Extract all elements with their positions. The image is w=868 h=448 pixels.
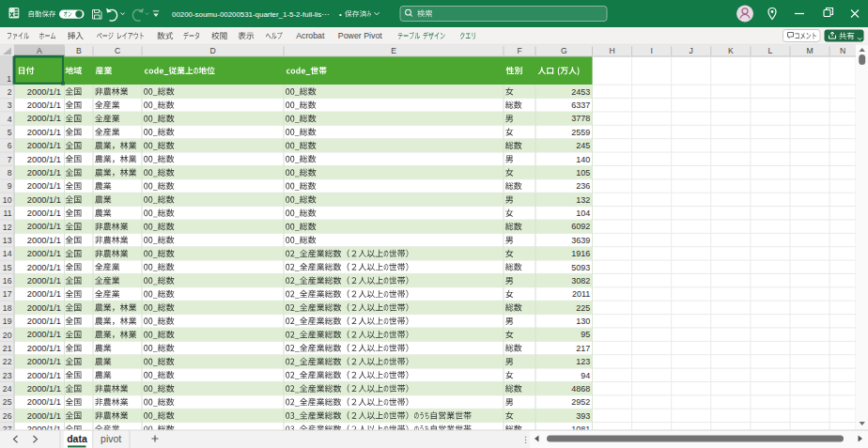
svg-text:14: 14 <box>3 249 12 258</box>
svg-text:C: C <box>115 46 120 55</box>
svg-text:105: 105 <box>576 168 590 178</box>
svg-text:⋮: ⋮ <box>521 435 530 444</box>
svg-text:13: 13 <box>3 236 12 245</box>
svg-text:2000/1/1: 2000/1/1 <box>27 303 61 313</box>
svg-text:2000/1/1: 2000/1/1 <box>27 195 61 205</box>
svg-text:95: 95 <box>581 330 590 339</box>
svg-text:•: • <box>339 10 342 19</box>
svg-text:3082: 3082 <box>571 276 590 286</box>
svg-text:3639: 3639 <box>571 236 590 245</box>
svg-text:5093: 5093 <box>571 263 590 272</box>
svg-text:2000/1/1: 2000/1/1 <box>27 384 61 394</box>
svg-text:Power Pivot: Power Pivot <box>338 31 382 40</box>
svg-text:5: 5 <box>8 128 12 137</box>
svg-text:6092: 6092 <box>571 222 590 231</box>
svg-text:6: 6 <box>8 141 12 150</box>
svg-text:I: I <box>650 46 652 55</box>
svg-text:2000/1/1: 2000/1/1 <box>27 181 61 191</box>
svg-text:4: 4 <box>8 115 12 124</box>
svg-text:2000/1/1: 2000/1/1 <box>27 289 61 299</box>
svg-text:24: 24 <box>3 384 12 394</box>
svg-text:11: 11 <box>3 209 11 218</box>
svg-text:J: J <box>690 46 693 55</box>
svg-text:2000/1/1: 2000/1/1 <box>27 209 61 218</box>
svg-text:7: 7 <box>8 155 12 164</box>
svg-text:2000/1/1: 2000/1/1 <box>27 114 61 123</box>
svg-text:2000/1/1: 2000/1/1 <box>27 168 61 178</box>
svg-text:26: 26 <box>3 411 12 421</box>
svg-text:Acrobat: Acrobat <box>296 31 325 40</box>
svg-text:20: 20 <box>3 331 12 340</box>
svg-text:25: 25 <box>3 397 12 407</box>
svg-text:23: 23 <box>3 371 12 380</box>
svg-text:H: H <box>609 46 614 55</box>
svg-text:2000/1/1: 2000/1/1 <box>27 330 61 339</box>
svg-text:3778: 3778 <box>571 114 590 123</box>
svg-text:L: L <box>768 46 773 55</box>
svg-text:2000/1/1: 2000/1/1 <box>27 222 61 231</box>
svg-text:2000/1/1: 2000/1/1 <box>27 155 61 164</box>
svg-text:17: 17 <box>3 289 12 299</box>
svg-text:245: 245 <box>576 141 590 150</box>
svg-text:94: 94 <box>581 371 590 380</box>
svg-text:10: 10 <box>3 195 12 205</box>
svg-text:2559: 2559 <box>571 128 590 137</box>
svg-text:data: data <box>67 433 87 444</box>
svg-text:2000/1/1: 2000/1/1 <box>27 236 61 245</box>
svg-text:225: 225 <box>576 303 590 313</box>
svg-text:2000/1/1: 2000/1/1 <box>27 397 61 407</box>
svg-text:393: 393 <box>576 411 590 421</box>
svg-text:22: 22 <box>3 357 12 366</box>
svg-text:140: 140 <box>576 155 590 164</box>
svg-text:K: K <box>728 46 734 55</box>
svg-text:21: 21 <box>3 344 12 353</box>
svg-text:2000/1/1: 2000/1/1 <box>27 344 61 353</box>
svg-text:2: 2 <box>8 87 12 97</box>
svg-text:130: 130 <box>576 317 590 326</box>
svg-text:N: N <box>840 46 845 55</box>
svg-text:2000/1/1: 2000/1/1 <box>27 141 61 150</box>
svg-text:104: 104 <box>576 209 590 218</box>
svg-text:2000/1/1: 2000/1/1 <box>27 411 61 421</box>
svg-text:2000/1/1: 2000/1/1 <box>27 357 61 366</box>
svg-text:00200-soumu-00200531-quarter_1: 00200-soumu-00200531-quarter_1-5-2-full-… <box>172 10 329 19</box>
svg-text:236: 236 <box>576 181 590 191</box>
svg-text:1: 1 <box>7 74 11 84</box>
svg-text:D: D <box>209 46 215 55</box>
svg-text:2453: 2453 <box>571 87 590 97</box>
svg-text:B: B <box>76 46 82 55</box>
svg-text:3: 3 <box>8 100 12 110</box>
svg-text:15: 15 <box>3 263 12 272</box>
svg-text:2000/1/1: 2000/1/1 <box>27 249 61 258</box>
svg-text:217: 217 <box>576 344 590 353</box>
svg-text:9: 9 <box>8 181 12 191</box>
svg-text:2000/1/1: 2000/1/1 <box>27 276 61 286</box>
svg-text:12: 12 <box>3 223 12 232</box>
svg-text:F: F <box>517 46 521 55</box>
svg-text:123: 123 <box>576 357 590 366</box>
svg-text:2000/1/1: 2000/1/1 <box>27 371 61 380</box>
svg-text:19: 19 <box>3 317 12 326</box>
svg-text:2952: 2952 <box>571 397 590 407</box>
svg-text:6337: 6337 <box>571 100 590 110</box>
svg-text:2000/1/1: 2000/1/1 <box>27 263 61 272</box>
svg-text:2011: 2011 <box>572 289 590 299</box>
svg-text:2000/1/1: 2000/1/1 <box>27 87 61 97</box>
svg-text:E: E <box>391 46 396 55</box>
svg-text:A: A <box>37 46 42 55</box>
svg-text:M: M <box>806 46 813 55</box>
svg-text:2000/1/1: 2000/1/1 <box>27 128 61 137</box>
svg-text:4868: 4868 <box>571 384 590 394</box>
svg-text:2000/1/1: 2000/1/1 <box>27 317 61 326</box>
svg-text:8: 8 <box>8 168 12 178</box>
svg-text:16: 16 <box>3 276 12 286</box>
svg-text:pivot: pivot <box>101 433 121 444</box>
svg-text:132: 132 <box>576 195 590 205</box>
svg-text:1916: 1916 <box>571 249 590 258</box>
svg-text:18: 18 <box>3 303 12 313</box>
svg-text:2000/1/1: 2000/1/1 <box>27 100 61 110</box>
svg-text:G: G <box>561 46 567 55</box>
